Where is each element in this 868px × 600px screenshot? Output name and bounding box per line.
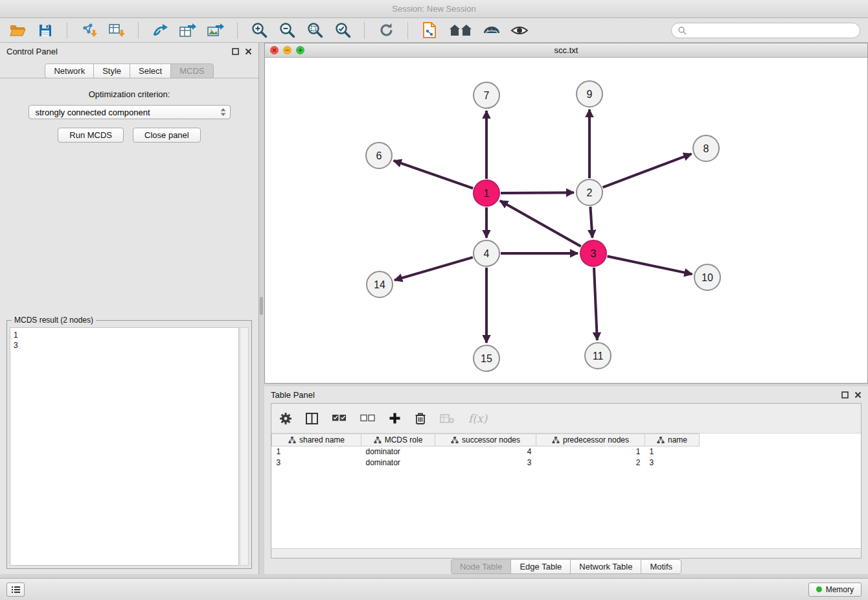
zoom-out-button[interactable] — [277, 21, 297, 40]
toolbar-separator — [67, 22, 67, 39]
window-minimize-button[interactable] — [283, 46, 291, 54]
table-scrollbar[interactable] — [271, 548, 861, 558]
column-header-mcds-role[interactable]: MCDS role — [361, 434, 435, 446]
graph-edge-3-1[interactable] — [500, 201, 581, 246]
function-builder-label: f(x) — [468, 412, 487, 425]
first-neighbors-button[interactable] — [448, 21, 474, 40]
table-cell[interactable]: 3 — [645, 457, 700, 468]
graph-node-2[interactable]: 2 — [577, 179, 602, 205]
close-table-panel-icon[interactable] — [854, 391, 862, 398]
graph-node-1[interactable]: 1 — [474, 180, 499, 206]
column-header-successor-nodes[interactable]: successor nodes — [435, 434, 536, 446]
delete-column-button[interactable] — [415, 412, 426, 425]
show-panels-button[interactable] — [6, 583, 25, 597]
tab-network[interactable]: Network — [45, 63, 94, 78]
save-session-button[interactable] — [36, 21, 55, 40]
export-table-button[interactable] — [178, 21, 198, 40]
graph-node-8[interactable]: 8 — [693, 135, 719, 161]
graph-node-label: 4 — [484, 248, 490, 259]
graph-edge-2-8[interactable] — [603, 154, 692, 188]
open-session-button[interactable] — [8, 21, 27, 40]
table-cell[interactable]: dominator — [361, 446, 435, 457]
graph-node-label: 6 — [376, 150, 382, 161]
close-panel-button[interactable]: Close panel — [133, 128, 201, 143]
graph-node-10[interactable]: 10 — [694, 264, 720, 290]
create-column-button[interactable] — [389, 412, 401, 424]
gear-icon — [279, 412, 292, 425]
toolbar-separator — [138, 22, 139, 39]
table-row[interactable]: 3dominator323 — [272, 457, 862, 468]
new-network-from-selection-button[interactable] — [420, 21, 439, 40]
graph-node-15[interactable]: 15 — [474, 345, 499, 371]
import-network-button[interactable] — [79, 21, 98, 40]
search-input[interactable] — [690, 26, 854, 35]
close-control-panel-icon[interactable] — [245, 48, 252, 55]
table-cell[interactable]: 1 — [536, 446, 645, 457]
zoom-fit-button[interactable] — [305, 21, 325, 40]
run-mcds-button[interactable]: Run MCDS — [58, 128, 124, 143]
table-row[interactable]: 1dominator411 — [272, 446, 862, 457]
memory-button[interactable]: Memory — [808, 583, 862, 597]
graph-node-label: 7 — [484, 90, 490, 101]
graph-node-4[interactable]: 4 — [474, 240, 499, 266]
table-cell[interactable]: 4 — [435, 446, 536, 457]
column-header-shared-name[interactable]: shared name — [272, 434, 361, 446]
window-zoom-button[interactable] — [296, 46, 304, 54]
graph-node-7[interactable]: 7 — [474, 82, 499, 108]
deselect-all-columns-button[interactable] — [360, 414, 375, 422]
import-table-button[interactable] — [107, 21, 126, 40]
graph-node-3[interactable]: 3 — [580, 240, 606, 266]
select-all-columns-button[interactable] — [332, 413, 347, 423]
graph-node-label: 10 — [702, 272, 713, 283]
network-canvas[interactable]: 7968124314101511 — [265, 58, 867, 383]
clear-table-button[interactable] — [440, 413, 455, 424]
float-table-panel-icon[interactable] — [841, 391, 849, 398]
table-cell[interactable]: 2 — [536, 457, 645, 468]
column-header-predecessor-nodes[interactable]: predecessor nodes — [536, 434, 645, 446]
float-panel-icon[interactable] — [232, 48, 239, 55]
graph-node-11[interactable]: 11 — [585, 343, 611, 369]
graph-node-14[interactable]: 14 — [367, 271, 393, 297]
export-image-icon — [207, 22, 225, 39]
panel-divider[interactable] — [259, 43, 264, 574]
tab-select[interactable]: Select — [130, 63, 171, 78]
graph-edge-4-14[interactable] — [394, 257, 473, 280]
tab-motifs[interactable]: Motifs — [641, 559, 681, 574]
divider-handle[interactable] — [260, 297, 263, 315]
graph-node-9[interactable]: 9 — [577, 81, 602, 107]
tab-edge-table[interactable]: Edge Table — [510, 559, 571, 574]
graph-edge-2-3[interactable] — [590, 207, 592, 238]
zoom-in-button[interactable] — [249, 21, 269, 40]
graph-node-6[interactable]: 6 — [366, 143, 392, 168]
import-table-icon — [108, 22, 125, 39]
graph-node-label: 1 — [484, 188, 490, 199]
criterion-dropdown[interactable]: strongly connected component — [29, 105, 231, 119]
export-network-button[interactable] — [150, 21, 170, 40]
function-builder-button[interactable]: f(x) — [468, 412, 487, 425]
export-network-icon — [152, 23, 168, 38]
refresh-layout-button[interactable] — [376, 21, 396, 40]
graph-edge-1-2[interactable] — [501, 192, 574, 193]
result-scrollbar[interactable] — [240, 327, 249, 566]
export-image-button[interactable] — [206, 21, 225, 40]
graph-edge-3-11[interactable] — [594, 268, 597, 340]
column-header-name[interactable]: name — [645, 434, 700, 446]
search-box[interactable] — [671, 23, 860, 38]
graph-edge-3-10[interactable] — [608, 257, 692, 275]
table-cell[interactable]: 1 — [272, 446, 361, 457]
table-cell[interactable]: 3 — [435, 457, 536, 468]
table-cell[interactable]: 1 — [645, 446, 700, 457]
table-cell[interactable]: 3 — [272, 457, 361, 468]
tab-network-table[interactable]: Network Table — [570, 559, 641, 574]
table-mode-button[interactable] — [279, 412, 292, 425]
window-close-button[interactable] — [270, 46, 279, 54]
tab-mcds[interactable]: MCDS — [170, 63, 213, 78]
paint-style-button[interactable] — [482, 21, 501, 40]
show-columns-button[interactable] — [306, 413, 318, 424]
tab-node-table[interactable]: Node Table — [451, 559, 512, 574]
graph-edge-1-6[interactable] — [394, 161, 474, 189]
zoom-selected-button[interactable] — [333, 21, 352, 40]
show-hide-button[interactable] — [510, 21, 529, 40]
tab-style[interactable]: Style — [93, 63, 130, 78]
table-cell[interactable]: dominator — [361, 457, 435, 468]
